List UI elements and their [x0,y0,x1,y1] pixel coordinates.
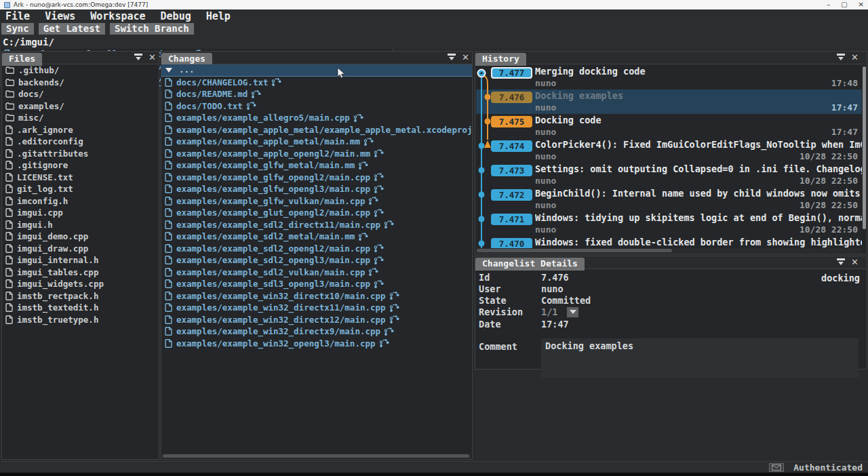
changed-file-item[interactable]: examples/example_win32_directx12/main.cp… [161,314,472,326]
file-tree-item[interactable]: imgui_widgets.cpp [2,278,159,290]
changed-file-item[interactable]: docs/TODO.txt [161,100,472,113]
filter-icon[interactable] [836,258,846,266]
file-icon [5,279,13,288]
file-icon [5,173,13,182]
file-tree-item[interactable]: backends/ [2,77,159,89]
commit-row[interactable]: 7.475Docking codenuno17:47 [476,114,866,138]
menu-file[interactable]: File [5,10,37,22]
git-change-icon [374,184,384,194]
commit-row[interactable]: 7.472BeginChild(): Internal name used by… [476,187,866,212]
commit-row[interactable]: 7.470Windows: fixed double-clicked borde… [476,236,866,248]
changed-file-item[interactable]: examples/example_win32_directx10/main.cp… [161,290,472,302]
changed-file-item[interactable]: examples/example_sdl2_directx11/main.cpp [161,219,472,231]
changed-file-item[interactable]: examples/example_sdl2_opengl3/main.cpp [161,254,472,266]
filter-icon[interactable] [134,53,143,62]
file-tree-item[interactable]: git_log.txt [2,183,159,195]
file-tree-item[interactable]: .editorconfig [2,136,159,148]
file-tree-item[interactable]: imgui.h [2,219,159,231]
expander-arrow-icon[interactable] [165,68,172,73]
changes-expander-row[interactable]: ... [161,64,472,77]
tab-history[interactable]: History [475,53,526,66]
file-tree-item[interactable]: .gitattributes [2,148,159,160]
close-panel-icon[interactable]: ✕ [149,53,156,62]
changed-file-item[interactable]: examples/example_apple_opengl2/main.mm [161,148,472,160]
window-title: Ark - nuno@ark-vcs.com:Omega:dev [7477] [14,1,148,8]
folder-icon [5,66,14,74]
close-panel-icon[interactable]: ✕ [851,258,859,266]
history-hscrollbar[interactable] [476,248,861,253]
file-tree-item[interactable]: misc/ [2,112,159,124]
changelist-id-badge[interactable]: 7.477 [491,67,532,79]
changelist-id-badge[interactable]: 7.473 [491,165,532,176]
changed-file-item[interactable]: examples/example_glut_opengl2/main.cpp [161,207,472,219]
minimize-button[interactable]: – [827,1,830,8]
changelist-id-badge[interactable]: 7.474 [491,140,532,152]
commit-row[interactable]: 7.477Merging docking codenuno17:48 [476,65,866,90]
file-tree-item[interactable]: imgui_demo.cpp [2,231,159,243]
file-tree-item[interactable]: imstb_textedit.h [2,302,159,314]
changed-file-item[interactable]: examples/example_sdl2_metal/main.mm [161,231,472,243]
file-tree-item[interactable]: docs/ [2,88,159,100]
changed-file-item[interactable]: docs/README.md [161,88,472,100]
commit-row[interactable]: 7.476Docking examplesnuno17:47 [476,90,866,114]
changed-file-item[interactable]: examples/example_sdl2_opengl2/main.cpp [161,243,472,255]
changelist-id-badge[interactable]: 7.475 [491,116,532,127]
changed-file-item[interactable]: examples/example_apple_metal/example_app… [161,124,472,136]
file-tree-item[interactable]: imgui_internal.h [2,254,159,266]
changes-hscrollbar[interactable] [162,454,471,458]
changed-file-item[interactable]: examples/example_sdl3_opengl3/main.cpp [161,278,472,290]
file-name: .gitignore [17,160,68,170]
commit-row[interactable]: 7.473Settings: omit outputing Collapsed=… [476,163,866,187]
changed-file-item[interactable]: examples/example_win32_opengl3/main.cpp [161,338,472,350]
tab-files[interactable]: Files [2,53,42,66]
commit-row[interactable]: 7.471Windows: tidying up skipitems logic… [476,212,866,236]
changed-file-item[interactable]: examples/example_glfw_metal/main.mm [161,159,472,172]
changelist-id-badge[interactable]: 7.476 [491,92,532,103]
file-tree-item[interactable]: imgui_tables.cpp [2,266,159,279]
menu-help[interactable]: Help [206,10,238,22]
menu-views[interactable]: Views [45,10,83,22]
changed-file-item[interactable]: docs/CHANGELOG.txt [161,77,472,89]
file-tree-item[interactable]: imgui_draw.cpp [2,243,159,255]
changed-file-item[interactable]: examples/example_glfw_opengl2/main.cpp [161,172,472,184]
filter-icon[interactable] [836,53,846,62]
changed-file-name: examples/example_win32_directx9/main.cpp [176,326,380,336]
comment-field[interactable]: Docking examples [541,338,859,378]
sync-button[interactable]: Sync [1,23,34,35]
filter-icon[interactable] [447,53,456,62]
close-button[interactable]: ✕ [859,1,864,8]
file-tree-item[interactable]: LICENSE.txt [2,172,159,184]
changed-file-item[interactable]: examples/example_glfw_opengl3/main.cpp [161,183,472,195]
history-vscrollbar[interactable] [862,65,867,247]
close-panel-icon[interactable]: ✕ [462,53,469,62]
files-panel: Files ✕ .github/backends/docs/examples/m… [1,51,159,460]
changelist-id-badge[interactable]: 7.470 [491,238,532,248]
changed-file-item[interactable]: examples/example_glfw_vulkan/main.cpp [161,195,472,207]
changed-file-item[interactable]: examples/example_allegro5/main.cpp [161,112,472,124]
changelist-id-badge[interactable]: 7.472 [491,189,532,201]
mail-icon[interactable] [769,463,784,472]
changed-file-item[interactable]: examples/example_apple_metal/main.mm [161,136,472,148]
file-name: imstb_truetype.h [17,315,98,325]
revision-dropdown-button[interactable] [567,307,578,317]
changed-file-name: examples/example_allegro5/main.cpp [176,113,350,123]
file-tree-item[interactable]: .ark_ignore [2,124,159,136]
changelist-id-badge[interactable]: 7.471 [491,214,532,225]
file-tree-item[interactable]: imstb_truetype.h [2,314,159,326]
commit-row[interactable]: 7.474ColorPicker4(): Fixed ImGuiColorEdi… [476,138,866,163]
file-tree-item[interactable]: imstb_rectpack.h [2,290,159,302]
get-latest-button[interactable]: Get Latest [39,23,105,35]
changed-file-item[interactable]: examples/example_sdl2_vulkan/main.cpp [161,266,472,279]
switch-branch-button[interactable]: Switch Branch [110,23,194,35]
menu-debug[interactable]: Debug [161,10,199,22]
maximize-button[interactable]: ▢ [841,1,847,8]
file-tree-item[interactable]: imconfig.h [2,195,159,207]
changed-file-item[interactable]: examples/example_win32_directx11/main.cp… [161,302,472,314]
file-tree-item[interactable]: examples/ [2,100,159,113]
file-tree-item[interactable]: .gitignore [2,159,159,172]
file-tree-item[interactable]: imgui.cpp [2,207,159,219]
changed-file-item[interactable]: examples/example_win32_directx9/main.cpp [161,325,472,338]
menu-workspace[interactable]: Workspace [90,10,153,22]
close-panel-icon[interactable]: ✕ [851,53,859,62]
file-tree-item[interactable]: .github/ [2,64,159,77]
